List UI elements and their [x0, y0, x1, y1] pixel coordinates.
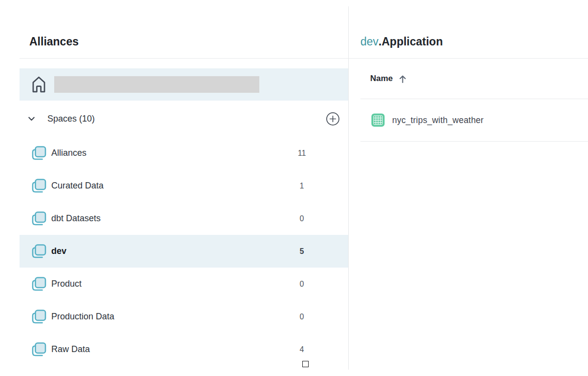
space-label: Raw Data [51, 344, 90, 355]
space-icon [29, 341, 47, 357]
sidebar-header: Alliances [0, 0, 348, 58]
sidebar-item-product[interactable]: Product 0 [0, 268, 348, 300]
space-label: Alliances [51, 148, 86, 158]
space-count: 0 [288, 280, 316, 289]
app-window: Alliances Spaces (10) Al [0, 0, 588, 376]
table-dataset-icon [371, 113, 385, 127]
sidebar-item-dev[interactable]: dev 5 [20, 235, 348, 268]
space-label: Production Data [51, 312, 114, 322]
space-count: 4 [288, 345, 316, 354]
space-icon [29, 145, 47, 161]
plus-circle-icon [326, 112, 340, 126]
table-row-nyc-trips-with-weather[interactable]: nyc_trips_with_weather [349, 99, 588, 141]
space-icon [29, 243, 47, 259]
space-icon [29, 276, 47, 292]
space-label: Product [51, 279, 82, 289]
sidebar-item-dbt-datasets[interactable]: dbt Datasets 0 [0, 202, 348, 235]
main-panel: dev.Application Name [349, 0, 588, 376]
spaces-section-label: Spaces (10) [47, 114, 95, 124]
spaces-section-header: Spaces (10) [20, 101, 348, 137]
unknown-glyph-artifact [302, 361, 309, 367]
space-count: 0 [288, 313, 316, 321]
table-header-row: Name [349, 59, 588, 99]
sidebar-item-home[interactable] [20, 68, 348, 101]
dataset-name: nyc_trips_with_weather [392, 115, 483, 125]
space-count: 1 [288, 182, 316, 190]
table-row-divider [360, 141, 588, 142]
space-icon [29, 210, 47, 227]
add-space-button[interactable] [325, 111, 340, 126]
space-label: dev [51, 246, 66, 256]
breadcrumb-parent[interactable]: dev [360, 35, 378, 48]
sidebar-header-divider [20, 58, 348, 59]
main-header: dev.Application [349, 0, 588, 58]
sidebar: Alliances Spaces (10) Al [0, 0, 348, 376]
sort-ascending-icon[interactable] [399, 74, 407, 84]
redacted-text-placeholder [54, 76, 259, 93]
chevron-down-icon[interactable] [27, 115, 36, 123]
spaces-list: Alliances 11 Curated Data 1 dbt Datasets… [0, 137, 348, 366]
home-icon [30, 74, 48, 95]
sidebar-item-raw-data[interactable]: Raw Data 4 [0, 333, 348, 366]
sidebar-title: Alliances [29, 36, 79, 47]
space-icon [29, 178, 47, 194]
sidebar-item-curated-data[interactable]: Curated Data 1 [0, 169, 348, 202]
sidebar-item-alliances[interactable]: Alliances 11 [0, 137, 348, 169]
space-count: 11 [288, 149, 316, 158]
space-count: 0 [288, 214, 316, 223]
sidebar-item-production-data[interactable]: Production Data 0 [0, 300, 348, 333]
space-count: 5 [288, 247, 316, 256]
space-icon [29, 309, 47, 325]
space-label: dbt Datasets [51, 213, 101, 224]
breadcrumb: dev.Application [360, 36, 443, 47]
breadcrumb-current: Application [381, 35, 442, 48]
space-label: Curated Data [51, 181, 104, 191]
column-header-name[interactable]: Name [370, 74, 393, 84]
